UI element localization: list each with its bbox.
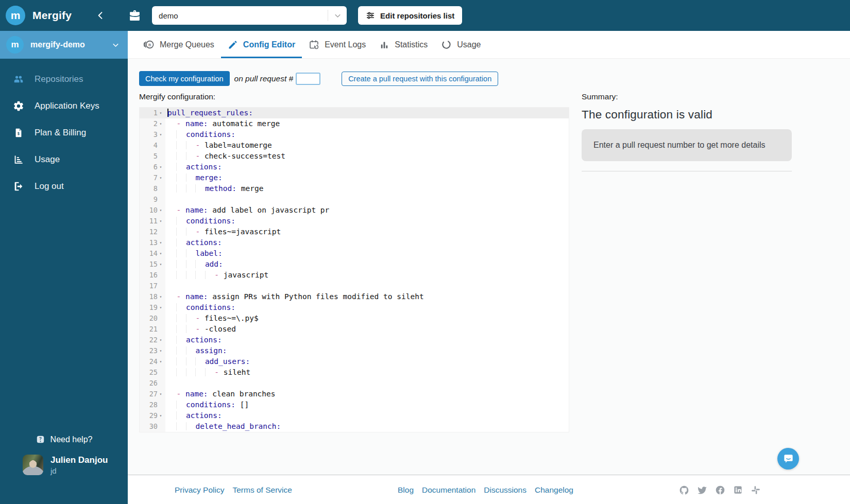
- tab-config-editor[interactable]: Config Editor: [221, 31, 302, 58]
- code-line-content[interactable]: - sileht: [165, 367, 569, 378]
- facebook-icon[interactable]: [715, 485, 725, 495]
- line-gutter: 23▾: [140, 345, 165, 356]
- need-help-button[interactable]: ? Need help?: [0, 435, 128, 444]
- code-line-content[interactable]: - check-success=test: [165, 151, 569, 162]
- footer-link-discussions[interactable]: Discussions: [484, 485, 526, 495]
- code-line-content[interactable]: conditions: []: [165, 399, 569, 410]
- check-configuration-button[interactable]: Check my configuration: [139, 71, 230, 86]
- code-line-content[interactable]: conditions:: [165, 129, 569, 140]
- editor-line: 4 - label=automerge: [140, 140, 569, 151]
- line-number: 15: [140, 259, 158, 270]
- fold-spacer: [158, 194, 164, 205]
- code-line-content[interactable]: - name: assign PRs with Python files mod…: [165, 291, 569, 302]
- code-line-content[interactable]: actions:: [165, 410, 569, 421]
- code-line-content[interactable]: - name: automatic merge: [165, 118, 569, 129]
- fold-toggle-icon[interactable]: ▾: [158, 118, 164, 129]
- fold-toggle-icon[interactable]: ▾: [158, 335, 164, 345]
- line-number: 17: [140, 281, 158, 291]
- editor-line: 6▾ actions:: [140, 162, 569, 172]
- code-line-content[interactable]: actions:: [165, 162, 569, 172]
- fold-toggle-icon[interactable]: ▾: [158, 162, 164, 172]
- fold-toggle-icon[interactable]: ▾: [158, 410, 164, 421]
- fold-toggle-icon[interactable]: ▾: [158, 389, 164, 399]
- fold-toggle-icon[interactable]: ▾: [158, 205, 164, 216]
- org-switcher[interactable]: m mergify-demo: [0, 31, 128, 59]
- code-line-content[interactable]: - -closed: [165, 324, 569, 335]
- twitter-icon[interactable]: [697, 485, 707, 495]
- code-line-content[interactable]: actions:: [165, 237, 569, 248]
- edit-repositories-button[interactable]: Edit repositories list: [358, 6, 462, 25]
- code-line-content[interactable]: - javascript: [165, 270, 569, 281]
- footer-link-terms-of-service[interactable]: Terms of Service: [232, 485, 292, 495]
- fold-toggle-icon[interactable]: ▾: [158, 237, 164, 248]
- code-line-content[interactable]: [165, 378, 569, 389]
- sidebar-item-log-out[interactable]: Log out: [0, 173, 128, 200]
- calendar-icon: [309, 39, 319, 50]
- organization-icon[interactable]: [128, 9, 141, 22]
- code-line-content[interactable]: label:: [165, 248, 569, 259]
- code-line-content[interactable]: merge:: [165, 172, 569, 183]
- chevron-down-icon[interactable]: [328, 11, 347, 20]
- line-number: 2: [140, 118, 158, 129]
- config-editor[interactable]: 1▾pull_request_rules:2▾ - name: automati…: [139, 107, 569, 432]
- code-line-content[interactable]: - files~=\.py$: [165, 313, 569, 324]
- footer-link-documentation[interactable]: Documentation: [422, 485, 475, 495]
- code-line-content[interactable]: add_users:: [165, 356, 569, 367]
- user-menu[interactable]: Julien Danjou jd: [23, 455, 108, 475]
- footer-link-privacy-policy[interactable]: Privacy Policy: [175, 485, 224, 495]
- code-line-content[interactable]: - files~=javascript: [165, 227, 569, 237]
- code-line-content[interactable]: delete_head_branch:: [165, 421, 569, 432]
- sidebar-item-repositories[interactable]: Repositories: [0, 66, 128, 93]
- tab-merge-queues[interactable]: mMerge Queues: [136, 31, 221, 58]
- code-line-content[interactable]: actions:: [165, 335, 569, 345]
- fold-toggle-icon[interactable]: ▾: [158, 129, 164, 140]
- code-line-content[interactable]: conditions:: [165, 302, 569, 313]
- tab-label: Config Editor: [243, 40, 295, 49]
- tab-usage[interactable]: Usage: [434, 31, 487, 58]
- code-line-content[interactable]: pull_request_rules:: [165, 108, 569, 118]
- tab-event-logs[interactable]: Event Logs: [302, 31, 372, 58]
- sidebar-item-usage[interactable]: Usage: [0, 146, 128, 173]
- fold-toggle-icon[interactable]: ▾: [158, 108, 164, 118]
- fold-toggle-icon[interactable]: ▾: [158, 345, 164, 356]
- fold-toggle-icon[interactable]: ▾: [158, 216, 164, 227]
- fold-toggle-icon[interactable]: ▾: [158, 248, 164, 259]
- slack-icon[interactable]: [751, 485, 761, 495]
- github-icon[interactable]: [679, 485, 689, 495]
- code-line-content[interactable]: assign:: [165, 345, 569, 356]
- code-line-content[interactable]: conditions:: [165, 216, 569, 227]
- sidebar-item-application-keys[interactable]: Application Keys: [0, 93, 128, 119]
- code-line-content[interactable]: - label=automerge: [165, 140, 569, 151]
- tab-statistics[interactable]: Statistics: [372, 31, 434, 58]
- line-number: 16: [140, 270, 158, 281]
- line-gutter: 18▾: [140, 291, 165, 302]
- linkedin-icon[interactable]: [733, 485, 743, 495]
- fold-toggle-icon[interactable]: ▾: [158, 356, 164, 367]
- code-line-content[interactable]: - name: clean branches: [165, 389, 569, 399]
- sliders-icon: [366, 11, 375, 20]
- code-line-content[interactable]: - name: add label on javascript pr: [165, 205, 569, 216]
- code-line-content[interactable]: add:: [165, 259, 569, 270]
- summary-hint-text: Enter a pull request number to get more …: [593, 141, 766, 150]
- collapse-sidebar-button[interactable]: [95, 10, 106, 21]
- footer-link-blog[interactable]: Blog: [398, 485, 414, 495]
- line-gutter: 19▾: [140, 302, 165, 313]
- code-line-content[interactable]: [165, 194, 569, 205]
- fold-spacer: [158, 378, 164, 389]
- line-number: 23: [140, 345, 158, 356]
- fold-toggle-icon[interactable]: ▾: [158, 291, 164, 302]
- chat-widget-button[interactable]: [777, 448, 799, 470]
- create-pull-request-button[interactable]: Create a pull request with this configur…: [342, 72, 498, 86]
- pull-request-number-input[interactable]: [296, 73, 320, 85]
- footer-link-changelog[interactable]: Changelog: [535, 485, 573, 495]
- line-number: 28: [140, 399, 158, 410]
- line-gutter: 27▾: [140, 389, 165, 399]
- sidebar-item-plan-billing[interactable]: $Plan & Billing: [0, 119, 128, 146]
- fold-toggle-icon[interactable]: ▾: [158, 259, 164, 270]
- fold-toggle-icon[interactable]: ▾: [158, 172, 164, 183]
- fold-toggle-icon[interactable]: ▾: [158, 302, 164, 313]
- code-line-content[interactable]: method: merge: [165, 183, 569, 194]
- repository-select[interactable]: demo: [152, 6, 347, 25]
- code-line-content[interactable]: [165, 281, 569, 291]
- line-gutter: 2▾: [140, 118, 165, 129]
